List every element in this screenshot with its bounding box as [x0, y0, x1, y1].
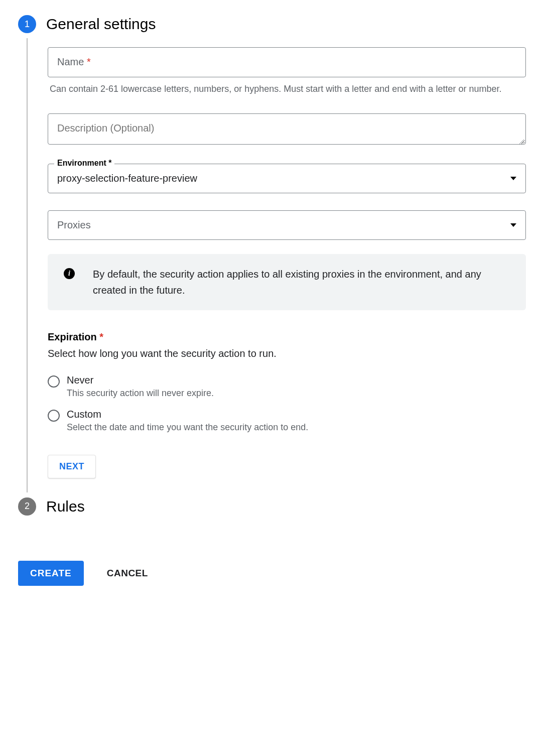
footer-actions: CREATE CANCEL — [18, 561, 526, 586]
option-custom-desc: Select the date and time you want the se… — [67, 422, 308, 433]
proxies-placeholder: Proxies — [57, 219, 91, 231]
expiration-label: Expiration * — [48, 331, 526, 343]
info-icon: i — [64, 268, 75, 279]
chevron-down-icon — [510, 223, 516, 227]
option-custom-title: Custom — [67, 409, 308, 420]
environment-label: Environment * — [54, 159, 114, 168]
step2-header[interactable]: 2 Rules — [18, 497, 526, 516]
name-helper-text: Can contain 2-61 lowercase letters, numb… — [50, 82, 524, 96]
create-button[interactable]: CREATE — [18, 561, 84, 586]
environment-field-group: Environment * proxy-selection-feature-pr… — [48, 164, 526, 193]
required-star-icon: * — [99, 331, 103, 342]
chevron-down-icon — [510, 177, 516, 180]
option-never-desc: This security action will never expire. — [67, 388, 214, 399]
step1-header: 1 General settings — [18, 15, 526, 33]
radio-icon — [48, 410, 60, 422]
expiration-label-text: Expiration — [48, 331, 97, 342]
cancel-button[interactable]: CANCEL — [104, 567, 151, 579]
proxies-field-group: Proxies — [48, 210, 526, 240]
expiration-option-never[interactable]: Never This security action will never ex… — [48, 374, 526, 399]
step1-title: General settings — [46, 16, 156, 33]
name-input[interactable] — [48, 48, 525, 77]
step1-number-badge: 1 — [18, 15, 36, 33]
step2-number-badge: 2 — [18, 497, 36, 516]
proxies-select[interactable]: Proxies — [48, 210, 526, 240]
option-never-title: Never — [67, 374, 214, 386]
environment-value: proxy-selection-feature-preview — [57, 173, 197, 184]
expiration-subtext: Select how long you want the security ac… — [48, 348, 526, 359]
name-field-group: Name * Can contain 2-61 lowercase letter… — [48, 47, 526, 96]
description-textarea[interactable] — [48, 113, 526, 145]
info-banner-text: By default, the security action applies … — [93, 266, 512, 298]
page-root: 1 General settings Name * Can contain 2-… — [0, 0, 544, 606]
expiration-option-custom[interactable]: Custom Select the date and time you want… — [48, 409, 526, 433]
radio-icon — [48, 375, 60, 388]
stepper: 1 General settings Name * Can contain 2-… — [18, 15, 526, 516]
name-input-box[interactable]: Name * — [48, 47, 526, 77]
next-button[interactable]: NEXT — [48, 455, 96, 478]
info-banner: i By default, the security action applie… — [48, 254, 526, 310]
environment-select[interactable]: Environment * proxy-selection-feature-pr… — [48, 164, 526, 193]
step1-body: Name * Can contain 2-61 lowercase letter… — [27, 38, 526, 492]
step2-title: Rules — [46, 498, 85, 515]
expiration-section: Expiration * Select how long you want th… — [48, 331, 526, 433]
description-field-group — [48, 113, 526, 147]
